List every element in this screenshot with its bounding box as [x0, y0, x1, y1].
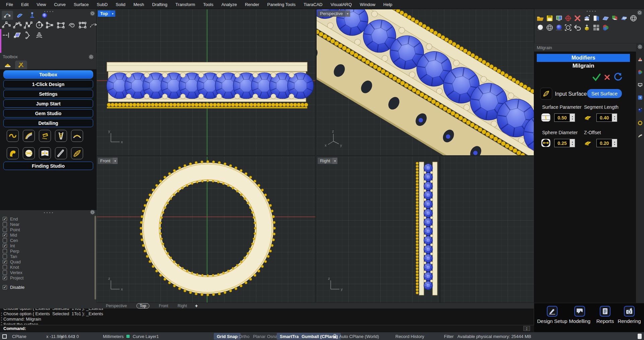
menu-window[interactable]: Window: [356, 0, 379, 9]
cancel-icon[interactable]: [603, 72, 613, 82]
gear-icon[interactable]: [88, 54, 94, 60]
blade-gray-icon[interactable]: [637, 133, 643, 139]
viewport-label-top[interactable]: Top▾: [98, 10, 115, 17]
menu-analyze[interactable]: Analyze: [217, 0, 241, 9]
scroll-curve-icon[interactable]: [7, 130, 19, 142]
mode-button-reports[interactable]: Reports: [592, 306, 619, 324]
toolbox-button-jump-start[interactable]: Jump Start: [3, 99, 93, 108]
menu-transform[interactable]: Transform: [172, 0, 199, 9]
checkbox[interactable]: [3, 265, 7, 269]
color-wheel-icon[interactable]: [637, 69, 643, 75]
display-icon[interactable]: [637, 82, 643, 88]
viewport-top[interactable]: yx Top▾: [96, 9, 316, 156]
param-value[interactable]: 0.40: [597, 114, 612, 121]
osnap-near[interactable]: Near: [3, 222, 19, 227]
checkbox[interactable]: ✓: [3, 260, 7, 264]
control-point-curve-icon[interactable]: [2, 20, 11, 30]
osnap-int[interactable]: ✓Int: [3, 243, 15, 248]
beaded-sphere-icon[interactable]: [23, 147, 35, 159]
viewport-label-perspective[interactable]: Perspective▾: [318, 10, 350, 17]
round-bar-icon[interactable]: [55, 147, 67, 159]
param-input-segment-length[interactable]: 0.40 ▲▼: [596, 113, 617, 122]
chevron-down-icon[interactable]: ▾: [110, 10, 115, 17]
checkbox[interactable]: ✓: [3, 233, 7, 237]
layer-name[interactable]: Curve Layer1: [133, 334, 159, 339]
blade-icon[interactable]: [23, 130, 35, 142]
sketch-surface-icon[interactable]: [13, 30, 22, 40]
osnap-project[interactable]: ✓Project: [3, 275, 23, 280]
cone-curve-icon[interactable]: [45, 20, 55, 30]
command-area[interactable]: Choose option ( Extents Selected 1To1 ):…: [0, 309, 534, 332]
milgrain-frame-icon[interactable]: [39, 130, 51, 142]
spinner-buttons[interactable]: ▲▼: [570, 139, 575, 147]
viewport-right[interactable]: zy Right▾: [316, 156, 534, 303]
filter-toggle[interactable]: Filter: [444, 332, 454, 340]
command-prompt-row[interactable]: Command:: [0, 325, 534, 332]
mode-button-modelling[interactable]: Modelling: [566, 306, 593, 324]
chevron-down-icon[interactable]: ▾: [345, 10, 350, 17]
osnap-perp[interactable]: Perp: [3, 248, 19, 254]
osnap-quad[interactable]: ✓Quad: [3, 259, 21, 264]
wireframe-sphere-icon[interactable]: [545, 23, 554, 32]
spinner-buttons[interactable]: ▲▼: [612, 139, 617, 147]
menu-subd[interactable]: SubD: [93, 0, 112, 9]
menu-view[interactable]: View: [33, 0, 50, 9]
print-preview-icon[interactable]: [555, 14, 563, 22]
spine-curve-icon[interactable]: [23, 30, 33, 40]
spinner-buttons[interactable]: ▲▼: [570, 114, 575, 121]
menu-visualarq[interactable]: VisualARQ: [327, 0, 356, 9]
param-input-sphere-diameter[interactable]: 0.25 ▲▼: [554, 139, 575, 147]
checkbox[interactable]: [3, 270, 7, 275]
delete-icon[interactable]: [573, 14, 582, 22]
menu-tools[interactable]: Tools: [199, 0, 217, 9]
command-prompt[interactable]: Command:: [3, 326, 26, 331]
ladder-icon[interactable]: [55, 130, 67, 142]
shaded-sphere-icon[interactable]: [536, 23, 544, 32]
material-sphere-icon[interactable]: [637, 107, 643, 113]
viewport-tab-top[interactable]: Top: [136, 303, 149, 309]
gear-icon[interactable]: [90, 11, 95, 16]
param-input-z-offset[interactable]: 0.20 ▲▼: [596, 139, 617, 147]
menu-solid[interactable]: Solid: [112, 0, 129, 9]
panel-grip[interactable]: [44, 212, 53, 213]
edit-point-curve-tab-icon[interactable]: [2, 11, 13, 20]
open-book-icon[interactable]: [39, 147, 51, 159]
cplane-indicator[interactable]: CPlane: [12, 332, 26, 340]
layer-indicator[interactable]: Curve Layer1: [126, 332, 159, 340]
checkbox[interactable]: [3, 238, 7, 243]
cake-design-tab-icon[interactable]: [2, 61, 14, 69]
auto-cplane-toggle[interactable]: Auto CPlane (World): [339, 332, 379, 340]
param-input-surface-parameter[interactable]: 0.50 ▲▼: [554, 113, 575, 122]
toolbox-button-settings[interactable]: Settings: [3, 90, 93, 98]
set-surface-button[interactable]: Set Surface: [587, 89, 622, 98]
checkbox[interactable]: [3, 249, 7, 253]
toolbox-button-detailing[interactable]: Detailing: [3, 119, 93, 127]
viewport-tab-perspective[interactable]: Perspective: [106, 304, 127, 308]
panel-grip[interactable]: [587, 11, 596, 12]
refresh-icon[interactable]: [613, 72, 623, 82]
checkbox[interactable]: ✓: [3, 217, 7, 221]
target-icon[interactable]: [564, 14, 572, 22]
shell-icon[interactable]: [637, 56, 643, 62]
undo-icon[interactable]: [573, 23, 582, 32]
viewport-perspective[interactable]: z x y Perspective▾: [316, 9, 534, 156]
viewport-label-front[interactable]: Front▾: [98, 158, 118, 164]
dashed-line-icon[interactable]: [2, 30, 11, 40]
down-arrow-icon[interactable]: ▼: [526, 329, 528, 331]
osnap-knot[interactable]: Knot: [3, 264, 19, 270]
toolbox-button-toolbox[interactable]: Toolbox: [3, 70, 93, 79]
spinner-buttons[interactable]: ▲▼: [612, 114, 617, 121]
osnap-cen[interactable]: Cen: [3, 238, 18, 243]
plane-icon[interactable]: [601, 14, 610, 22]
osnap-tan[interactable]: Tan: [3, 254, 17, 259]
osnap-disable[interactable]: ✓Disable: [3, 284, 24, 290]
gear-icon[interactable]: [90, 209, 95, 215]
checkbox[interactable]: ✓: [3, 244, 7, 248]
menu-curve[interactable]: Curve: [50, 0, 70, 9]
viewport-front[interactable]: zx Front▾: [96, 156, 316, 303]
menu-render[interactable]: Render: [241, 0, 263, 9]
polyline-icon[interactable]: [23, 20, 33, 30]
menu-help[interactable]: Help: [379, 0, 396, 9]
menu-edit[interactable]: Edit: [17, 0, 33, 9]
menu-mesh[interactable]: Mesh: [129, 0, 148, 9]
